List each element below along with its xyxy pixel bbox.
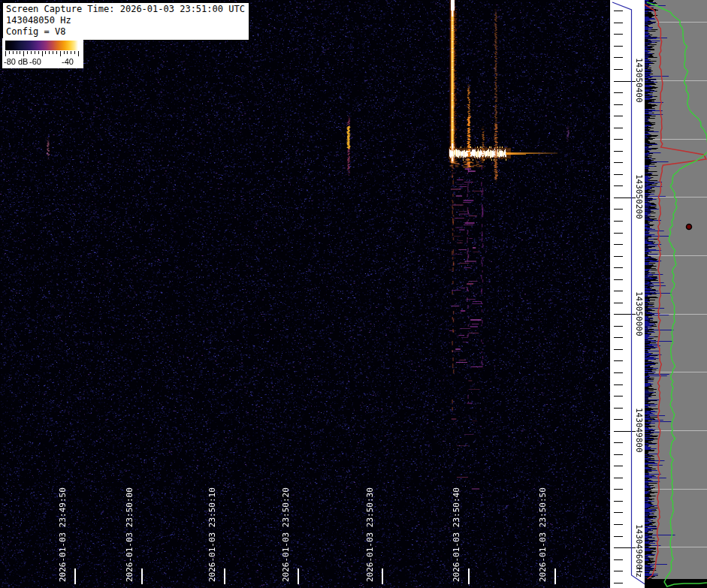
time-axis-label: 2026-01-03 23:50:10	[207, 487, 217, 582]
freq-axis-label: 143050000	[634, 291, 644, 336]
freq-axis-label: 143049800	[634, 408, 644, 453]
time-axis-label: 2026-01-03 23:50:30	[365, 487, 375, 582]
colorbar-label-max: -40	[62, 57, 74, 66]
capture-time-line: Screen Capture Time: 2026-01-03 23:51:00…	[6, 4, 245, 15]
colorbar-gradient	[5, 41, 81, 50]
spectrogram-display-canvas	[0, 0, 707, 588]
colorbar-label-min: -80 dB	[4, 57, 28, 66]
spectrogram-app: Screen Capture Time: 2026-01-03 23:51:00…	[0, 0, 707, 588]
time-axis-label: 2026-01-03 23:49:50	[58, 487, 68, 582]
config-line: Config = V8	[6, 26, 245, 38]
db-colorbar: -80 dB -60 -40	[2, 38, 83, 68]
freq-axis-label: 143050200	[634, 174, 644, 219]
time-axis-label: 2026-01-03 23:50:00	[125, 487, 134, 582]
capture-info-box: Screen Capture Time: 2026-01-03 23:51:00…	[2, 2, 249, 41]
freq-axis-unit: Hz	[634, 568, 644, 577]
center-frequency-line: 143048050 Hz	[6, 15, 245, 26]
time-axis-label: 2026-01-03 23:50:50	[538, 487, 548, 582]
freq-axis-label: 143050400	[634, 58, 644, 103]
colorbar-ticks	[5, 51, 82, 56]
colorbar-label-mid: -60	[29, 57, 41, 66]
time-axis-label: 2026-01-03 23:50:40	[452, 487, 461, 582]
time-axis-label: 2026-01-03 23:50:20	[281, 487, 291, 582]
freq-axis-label: 143049600	[634, 524, 644, 569]
